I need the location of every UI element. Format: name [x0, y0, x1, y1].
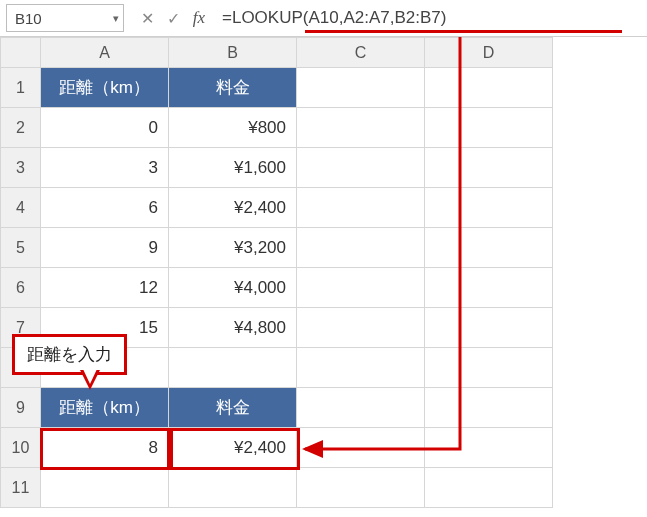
- fx-icon: fx: [193, 8, 205, 28]
- insert-function-button[interactable]: fx: [186, 5, 212, 31]
- formula-content: =LOOKUP(A10,A2:A7,B2:B7): [222, 8, 446, 27]
- formula-input[interactable]: =LOOKUP(A10,A2:A7,B2:B7): [212, 5, 647, 31]
- spreadsheet-grid[interactable]: A B C D 1 距離（km） 料金 2 0 ¥800 3 3 ¥1,600 …: [0, 37, 647, 508]
- name-box[interactable]: B10 ▾: [6, 4, 124, 32]
- cancel-formula-button[interactable]: ✕: [134, 5, 160, 31]
- x-icon: ✕: [141, 9, 154, 28]
- check-icon: ✓: [167, 9, 180, 28]
- confirm-formula-button[interactable]: ✓: [160, 5, 186, 31]
- formula-highlight-underline: [305, 30, 622, 33]
- chevron-down-icon[interactable]: ▾: [113, 12, 119, 25]
- name-box-text: B10: [15, 10, 42, 27]
- formula-bar: B10 ▾ ✕ ✓ fx =LOOKUP(A10,A2:A7,B2:B7): [0, 0, 647, 37]
- annotation-arrow: [0, 37, 647, 517]
